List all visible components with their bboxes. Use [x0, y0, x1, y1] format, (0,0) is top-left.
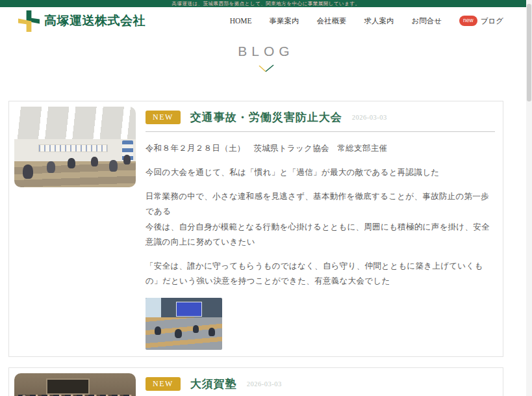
photo-wall-panel — [46, 378, 90, 395]
nav-item-company[interactable]: 会社概要 — [317, 16, 347, 26]
post-title[interactable]: 交通事故・労働災害防止大会 — [190, 110, 342, 125]
photo-person-silhouette — [109, 160, 118, 172]
photo-person-silhouette — [68, 158, 75, 168]
post-date: 2026-03-03 — [247, 380, 282, 388]
photo-person-silhouette — [23, 165, 33, 179]
two-tone-check-mark-icon — [258, 64, 275, 73]
photo-person-silhouette — [155, 326, 161, 335]
photo-ceiling-lights — [14, 107, 136, 139]
company-name: 高塚運送株式会社 — [44, 12, 146, 29]
new-badge-gold: NEW — [146, 377, 181, 391]
post-date: 2026-03-03 — [352, 114, 387, 121]
blog-post-card: NEW 交通事故・労働災害防止大会 2026-03-03 令和８年２月２８日（土… — [8, 101, 503, 357]
photo-person-silhouette — [123, 155, 131, 165]
company-logo[interactable]: 高塚運送株式会社 — [18, 10, 146, 32]
post-body: NEW 大須賀塾 2026-03-03 令和８年２月２５日（水）・２６日（木） … — [146, 373, 498, 396]
post-thumbnail-seminar-hall[interactable] — [14, 107, 136, 187]
post-header: NEW 交通事故・労働災害防止大会 2026-03-03 — [146, 107, 495, 132]
post-body: NEW 交通事故・労働災害防止大会 2026-03-03 令和８年２月２８日（土… — [146, 107, 498, 351]
top-notice-bar: 高塚運送は、茨城県西部を拠点として、関東地方を中心に事業展開しています。 — [0, 0, 532, 7]
photo-person-silhouette — [175, 329, 182, 338]
post-title[interactable]: 大須賀塾 — [190, 376, 237, 391]
page-title: BLOG — [0, 44, 532, 59]
post-thumbnail-group-photo[interactable] — [14, 373, 136, 396]
nav-item-blog-label: ブログ — [481, 16, 503, 26]
post-header: NEW 大須賀塾 2026-03-03 — [146, 373, 495, 396]
blog-post-list: NEW 交通事故・労働災害防止大会 2026-03-03 令和８年２月２８日（土… — [8, 101, 503, 396]
scrollbar-track[interactable] — [526, 0, 532, 396]
photo-person-silhouette — [209, 328, 215, 336]
photo-banner — [38, 144, 108, 152]
post-paragraph: 日常業務の中で、小さな違和感を見逃さず、基本動作を徹底することが、事故防止の第一… — [146, 189, 495, 250]
post-paragraph: 「安全は、誰かに守ってもらうものではなく、自ら守り、仲間とともに築き上げていくも… — [146, 259, 495, 289]
pinwheel-cross-logo-icon — [18, 10, 40, 32]
photo-projector-screen — [176, 302, 202, 317]
photo-person-silhouette — [91, 157, 98, 166]
nav-item-services[interactable]: 事業案内 — [270, 16, 299, 26]
photo-person-silhouette — [47, 161, 55, 173]
scrollbar-thumb[interactable] — [527, 4, 531, 101]
site-header: 高塚運送株式会社 HOME 事業案内 会社概要 求人案内 お問合せ new ブロ… — [0, 7, 532, 34]
photo-window — [146, 298, 161, 319]
post-paragraph: 今回の大会を通じて、私は「慣れ」と「過信」が最大の敵であると再認識した — [146, 165, 495, 180]
main-nav: HOME 事業案内 会社概要 求人案内 お問合せ new ブログ — [230, 16, 503, 26]
new-badge-red: new — [459, 16, 477, 26]
nav-item-home[interactable]: HOME — [230, 17, 252, 25]
nav-item-recruit[interactable]: 求人案内 — [364, 16, 394, 26]
blog-post-card: NEW 大須賀塾 2026-03-03 令和８年２月２５日（水）・２６日（木） … — [8, 367, 503, 396]
embedded-classroom-photo — [146, 298, 222, 350]
nav-item-contact[interactable]: お問合せ — [412, 16, 442, 26]
photo-person-silhouette — [193, 325, 199, 333]
post-paragraph: 令和８年２月２８日（土） 茨城県トラック協会 常総支部主催 — [146, 141, 495, 156]
nav-item-blog[interactable]: new ブログ — [459, 16, 503, 26]
new-badge-gold: NEW — [146, 111, 181, 124]
top-notice-text: 高塚運送は、茨城県西部を拠点として、関東地方を中心に事業展開しています。 — [171, 1, 360, 7]
